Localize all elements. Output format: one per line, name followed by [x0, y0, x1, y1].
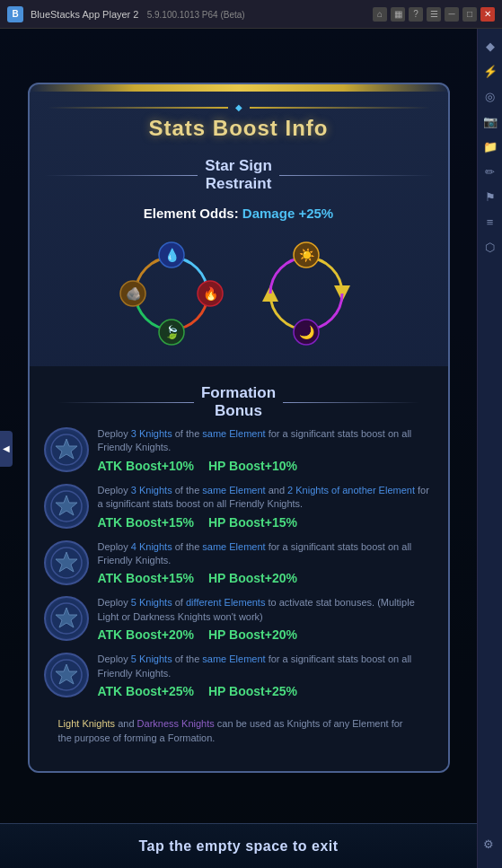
- window-controls: ⌂ ▦ ? ☰ ─ □ ✕: [373, 7, 495, 22]
- svg-text:☀️: ☀️: [298, 248, 314, 263]
- formation-line-left: [58, 402, 194, 403]
- bottom-note-text: Light Knights and Darkness Knights can b…: [58, 716, 419, 746]
- bonus-desc-1: Deploy 3 Knights of the same Element for…: [98, 427, 434, 455]
- bonus-row-1: Deploy 3 Knights of the same Element for…: [44, 427, 434, 473]
- game-area: ◀ ◆ Stats Boost Info Star SignRestraint: [0, 29, 477, 868]
- right-cycle: ☀️ 🌙: [248, 235, 365, 352]
- formation-header: Formation Bonus: [58, 384, 419, 420]
- deco-diamond-top: ◆: [235, 102, 242, 112]
- title-decoration: ◆: [48, 102, 430, 112]
- tap-bar[interactable]: Tap the empty space to exit: [0, 823, 477, 868]
- star-badge-5: [44, 653, 89, 697]
- bonus-stats-1: ATK Boost+10% HP Boost+10%: [98, 459, 434, 473]
- deco-line-right: [250, 107, 430, 109]
- star-sign-header: Star SignRestraint: [44, 157, 434, 193]
- hp-boost-1: HP Boost+10%: [208, 459, 297, 473]
- bonus-content-3: Deploy 4 Knights of the same Element for…: [98, 540, 434, 586]
- sidebar-icon-circle[interactable]: ◎: [480, 86, 500, 106]
- star-badge-4: [44, 596, 89, 641]
- bonus-icon-2: [44, 484, 89, 529]
- svg-text:🔥: 🔥: [202, 286, 218, 302]
- bonus-row-5: Deploy 5 Knights of the same Element for…: [44, 653, 434, 698]
- bonus-row-4: Deploy 5 Knights of different Elements t…: [44, 596, 434, 642]
- title-bar: B BlueStacks App Player 2 5.9.100.1013 P…: [0, 0, 502, 29]
- app-title: BlueStacks App Player 2 5.9.100.1013 P64…: [31, 9, 365, 20]
- bottom-note: Light Knights and Darkness Knights can b…: [44, 709, 434, 760]
- right-sidebar: ◆ ⚡ ◎ 📷 📁 ✏ ⚑ ≡ ⬡ ⚙: [477, 29, 502, 868]
- star-sign-title: Star SignRestraint: [205, 157, 272, 193]
- stats-boost-panel: ◆ Stats Boost Info Star SignRestraint El…: [28, 83, 450, 773]
- bonus-desc-5: Deploy 5 Knights of the same Element for…: [98, 653, 434, 680]
- help-btn[interactable]: ?: [409, 7, 423, 22]
- left-tab[interactable]: ◀: [0, 431, 13, 467]
- app-icon: B: [7, 6, 23, 22]
- menu-btn[interactable]: ☰: [427, 7, 441, 22]
- sidebar-icon-layers[interactable]: ≡: [480, 212, 500, 232]
- bonus-stats-2: ATK Boost+15% HP Boost+15%: [98, 515, 434, 530]
- sidebar-icon-edit[interactable]: ✏: [480, 162, 500, 181]
- bonus-content-4: Deploy 5 Knights of different Elements t…: [98, 596, 434, 642]
- sidebar-icon-hex[interactable]: ⬡: [480, 237, 500, 257]
- sidebar-icon-diamond[interactable]: ◆: [480, 36, 500, 56]
- element-odds-row: Element Odds: Damage +25%: [30, 200, 448, 226]
- tap-text: Tap the empty space to exit: [138, 838, 338, 855]
- bonus-row-2: Deploy 3 Knights of the same Element and…: [44, 484, 434, 530]
- home-btn[interactable]: ⌂: [373, 7, 387, 22]
- bonus-desc-3: Deploy 4 Knights of the same Element for…: [98, 540, 434, 568]
- cycle-diagrams: 💧 🔥 🍃 🪨: [30, 226, 448, 366]
- sidebar-icon-lightning[interactable]: ⚡: [480, 61, 500, 81]
- bonus-icon-5: [44, 653, 89, 697]
- deco-line-left: [48, 107, 228, 109]
- formation-section: Formation Bonus: [30, 366, 448, 771]
- star-badge-3: [44, 540, 89, 585]
- atk-boost-1: ATK Boost+10%: [98, 459, 194, 473]
- atk-boost-2: ATK Boost+15%: [98, 515, 194, 530]
- hp-boost-3: HP Boost+20%: [208, 571, 297, 585]
- sidebar-icon-settings[interactable]: ⚙: [479, 834, 498, 854]
- bonus-content-2: Deploy 3 Knights of the same Element and…: [98, 484, 434, 530]
- svg-text:🍃: 🍃: [163, 325, 180, 340]
- svg-text:💧: 💧: [163, 248, 180, 263]
- section-line-right: [279, 175, 434, 176]
- star-badge-2: [44, 484, 89, 529]
- sidebar-icon-folder[interactable]: 📁: [480, 136, 500, 156]
- bonus-desc-4: Deploy 5 Knights of different Elements t…: [98, 596, 434, 624]
- left-cycle: 💧 🔥 🍃 🪨: [113, 235, 230, 352]
- close-btn[interactable]: ✕: [480, 7, 495, 22]
- bonus-stats-4: ATK Boost+20% HP Boost+20%: [98, 627, 434, 642]
- bonus-content-1: Deploy 3 Knights of the same Element for…: [98, 427, 434, 473]
- atk-boost-4: ATK Boost+20%: [98, 627, 194, 642]
- grid-btn[interactable]: ▦: [391, 7, 405, 22]
- maximize-btn[interactable]: □: [462, 7, 477, 22]
- hp-boost-4: HP Boost+20%: [208, 627, 297, 642]
- bonus-icon-1: [44, 427, 89, 472]
- modal-overlay[interactable]: ◆ Stats Boost Info Star SignRestraint El…: [0, 29, 477, 868]
- bonus-content-5: Deploy 5 Knights of the same Element for…: [98, 653, 434, 698]
- minimize-btn[interactable]: ─: [445, 7, 459, 22]
- atk-boost-5: ATK Boost+25%: [98, 684, 194, 698]
- bonus-stats-3: ATK Boost+15% HP Boost+20%: [98, 571, 434, 585]
- modal-title: Stats Boost Info: [48, 116, 430, 141]
- star-badge-1: [44, 427, 89, 472]
- bonus-desc-2: Deploy 3 Knights of the same Element and…: [98, 484, 434, 512]
- title-section: ◆ Stats Boost Info: [30, 84, 448, 150]
- bonus-row-3: Deploy 4 Knights of the same Element for…: [44, 540, 434, 586]
- formation-title: Formation Bonus: [201, 384, 276, 420]
- hp-boost-5: HP Boost+25%: [208, 684, 297, 698]
- sidebar-icon-flag[interactable]: ⚑: [480, 187, 500, 206]
- bonus-icon-3: [44, 540, 89, 585]
- svg-text:🌙: 🌙: [298, 325, 314, 340]
- section-line-left: [44, 175, 198, 176]
- svg-text:🪨: 🪨: [125, 286, 141, 302]
- bonus-stats-5: ATK Boost+25% HP Boost+25%: [98, 684, 434, 698]
- hp-boost-2: HP Boost+15%: [208, 515, 297, 530]
- sidebar-icon-camera[interactable]: 📷: [480, 111, 500, 131]
- atk-boost-3: ATK Boost+15%: [98, 571, 194, 585]
- bonus-icon-4: [44, 596, 89, 641]
- formation-line-right: [283, 402, 418, 403]
